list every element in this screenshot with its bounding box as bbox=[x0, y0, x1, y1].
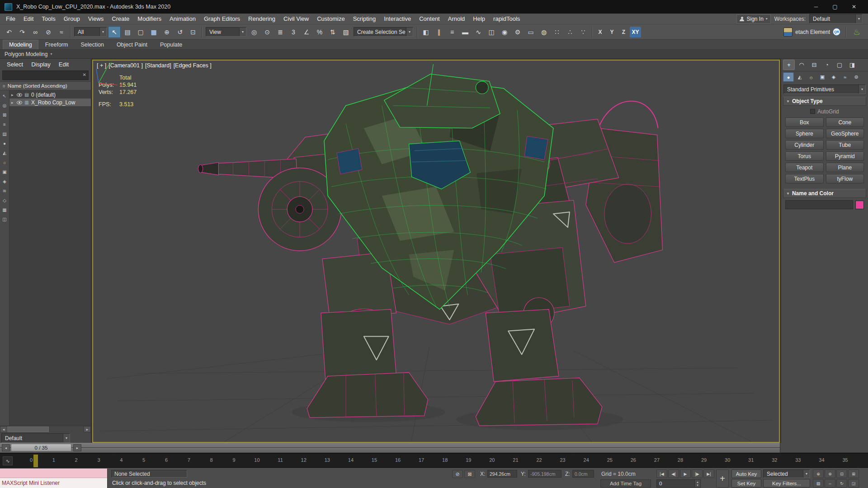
timeline-frame-label[interactable]: 4 bbox=[119, 457, 123, 463]
select-and-manipulate-icon[interactable]: ⊙ bbox=[261, 26, 274, 38]
menu-item[interactable]: File bbox=[2, 14, 19, 23]
visibility-eye-icon[interactable] bbox=[17, 101, 22, 104]
primitive-button[interactable]: Sphere bbox=[785, 129, 824, 138]
workspace-dropdown[interactable]: Default ▾ bbox=[809, 14, 863, 23]
primitive-button[interactable]: Pyramid bbox=[826, 151, 864, 161]
helpers-category-icon[interactable]: ◈ bbox=[828, 72, 839, 82]
timeline-frame-label[interactable]: 20 bbox=[489, 457, 495, 463]
scene-explorer-tab[interactable]: Edit bbox=[56, 60, 72, 69]
expand-arrow-icon[interactable]: ▸ bbox=[11, 93, 15, 97]
select-and-rotate-icon[interactable]: ↺ bbox=[174, 26, 186, 38]
mirror-icon[interactable]: ◧ bbox=[420, 26, 432, 38]
texture-tool-icon[interactable] bbox=[783, 28, 793, 37]
zoom-icon[interactable]: ⊕ bbox=[813, 469, 824, 478]
sign-in-button[interactable]: Sign In ▾ bbox=[736, 14, 770, 23]
time-slider-track[interactable] bbox=[0, 447, 780, 448]
expand-arrow-icon[interactable]: ▸ bbox=[11, 100, 15, 105]
time-slider-handle[interactable]: 0 / 35 bbox=[11, 444, 71, 451]
maxscript-listener-row[interactable]: MAXScript Mini Listener bbox=[0, 478, 107, 488]
scene-explorer-tab[interactable]: Display bbox=[28, 60, 54, 69]
autogrid-checkbox[interactable] bbox=[810, 109, 815, 114]
select-object-icon[interactable]: ↖ bbox=[108, 26, 121, 38]
timeline-frame-label[interactable]: 3 bbox=[96, 457, 101, 463]
polygon-modeling-panel-label[interactable]: Polygon Modeling bbox=[5, 51, 47, 57]
menu-item[interactable]: Scripting bbox=[349, 14, 380, 23]
menu-item[interactable]: rapidTools bbox=[489, 14, 524, 23]
spacewarps-category-icon[interactable]: ≈ bbox=[840, 72, 850, 82]
timeline-frame-label[interactable]: 34 bbox=[819, 457, 824, 463]
timeline-frame-label[interactable]: 19 bbox=[466, 457, 471, 463]
detach-element-label[interactable]: etach Element bbox=[795, 29, 830, 35]
object-name-field[interactable] bbox=[785, 200, 853, 209]
ribbon-tab[interactable]: Populate bbox=[154, 40, 188, 49]
scrollbar-thumb[interactable] bbox=[7, 427, 49, 432]
snap-array-icon-2[interactable]: ∴ bbox=[564, 26, 576, 38]
primitive-button[interactable]: Cone bbox=[826, 117, 864, 127]
systems-category-icon[interactable]: ⊚ bbox=[851, 72, 862, 82]
layer-manager-icon[interactable]: ≡ bbox=[446, 26, 458, 38]
scene-explorer-row[interactable]: ▸ ▤ 0 (default) bbox=[9, 91, 91, 99]
explorer-preset-dropdown[interactable]: Default ▾ bbox=[1, 433, 70, 443]
qr-badge-icon[interactable]: QR bbox=[833, 28, 840, 36]
menu-item[interactable]: Modifiers bbox=[133, 14, 165, 23]
menu-item[interactable]: Tools bbox=[38, 14, 59, 23]
y-coordinate-field[interactable]: -905.198cm bbox=[528, 470, 561, 478]
timeline-frame-label[interactable]: 1 bbox=[52, 457, 56, 463]
menu-item[interactable]: Graph Editors bbox=[200, 14, 244, 23]
timeline-frame-label[interactable]: 9 bbox=[231, 457, 236, 463]
timeline-frame-label[interactable]: 7 bbox=[187, 457, 191, 463]
timeline-frame-label[interactable]: 17 bbox=[419, 457, 424, 463]
scene-explorer-list[interactable]: ▸ ▤ 0 (default) ▸ ▥ X_Robo Cop_Low bbox=[9, 90, 91, 426]
isolate-selection-icon[interactable]: ⊘ bbox=[452, 470, 463, 478]
display-tab-icon[interactable]: ▢ bbox=[834, 60, 845, 70]
explorer-cameras-filter-icon[interactable]: ▣ bbox=[0, 167, 9, 177]
scene-explorer-row[interactable]: ▸ ▥ X_Robo Cop_Low bbox=[9, 99, 91, 106]
selection-set-key-dropdown[interactable]: Selected ▾ bbox=[763, 469, 810, 478]
primitive-button[interactable]: Box bbox=[785, 117, 824, 127]
timeline-frame-label[interactable]: 35 bbox=[842, 457, 848, 463]
timeline-frame-label[interactable]: 15 bbox=[372, 457, 377, 463]
rendered-frame-window-icon[interactable]: ▭ bbox=[524, 26, 537, 38]
object-color-swatch[interactable] bbox=[855, 201, 864, 209]
ribbon-tab[interactable]: Modeling bbox=[3, 40, 38, 49]
zoom-extents-all-icon[interactable]: ⊞ bbox=[848, 469, 859, 478]
timeline-frame-label[interactable]: 5 bbox=[142, 457, 146, 463]
explorer-hierarchy-icon[interactable]: ≡ bbox=[0, 120, 9, 129]
geometry-category-icon[interactable]: ● bbox=[783, 72, 794, 82]
explorer-find-icon[interactable]: ◎ bbox=[0, 101, 9, 110]
align-icon[interactable]: ∥ bbox=[433, 26, 445, 38]
explorer-lights-filter-icon[interactable]: ☼ bbox=[0, 158, 9, 167]
axis-constraint-z-button[interactable]: Z bbox=[618, 27, 629, 38]
menu-item[interactable]: Create bbox=[108, 14, 133, 23]
timeline-frame-label[interactable]: 27 bbox=[654, 457, 660, 463]
snap-array-icon-3[interactable]: ∵ bbox=[577, 26, 590, 38]
primitive-button[interactable]: Tube bbox=[826, 140, 864, 150]
timeline-frame-label[interactable]: 18 bbox=[442, 457, 448, 463]
close-button[interactable]: ✕ bbox=[844, 0, 863, 14]
explorer-lock-icon[interactable]: ⊠ bbox=[0, 110, 9, 120]
timeline-frame-label[interactable]: 28 bbox=[678, 457, 683, 463]
name-column-header[interactable]: ≡ Name (Sorted Ascending) bbox=[0, 81, 91, 90]
keyboard-shortcut-override-icon[interactable]: ≣ bbox=[274, 26, 287, 38]
menu-item[interactable]: Animation bbox=[165, 14, 200, 23]
render-teapot-icon[interactable]: ♨ bbox=[851, 27, 863, 37]
redo-icon[interactable]: ↷ bbox=[16, 26, 28, 38]
axis-constraint-x-button[interactable]: X bbox=[594, 27, 606, 38]
current-frame-spinner[interactable]: 0 ▴▾ bbox=[656, 479, 701, 488]
rectangular-selection-region-icon[interactable]: ▢ bbox=[134, 26, 147, 38]
timeline-frame-label[interactable]: 21 bbox=[513, 457, 518, 463]
app-icon[interactable] bbox=[5, 3, 12, 11]
modify-tab-icon[interactable]: ◠ bbox=[796, 60, 807, 70]
use-pivot-point-icon[interactable]: ◎ bbox=[248, 26, 260, 38]
orbit-icon[interactable]: ↻ bbox=[836, 479, 847, 488]
menu-item[interactable]: Help bbox=[469, 14, 489, 23]
play-button[interactable]: ▶ bbox=[680, 469, 691, 478]
unlink-selection-icon[interactable]: ⊘ bbox=[42, 26, 55, 38]
x-coordinate-field[interactable]: 294.26cm bbox=[487, 470, 517, 478]
snap-array-icon-1[interactable]: ∷ bbox=[551, 26, 563, 38]
mini-curve-editor-button[interactable]: ∿ bbox=[3, 456, 13, 465]
macro-recorder-row[interactable] bbox=[0, 469, 107, 478]
render-production-icon[interactable]: ◍ bbox=[538, 26, 550, 38]
menu-item[interactable]: Rendering bbox=[244, 14, 279, 23]
timeline-frame-label[interactable]: 23 bbox=[560, 457, 565, 463]
